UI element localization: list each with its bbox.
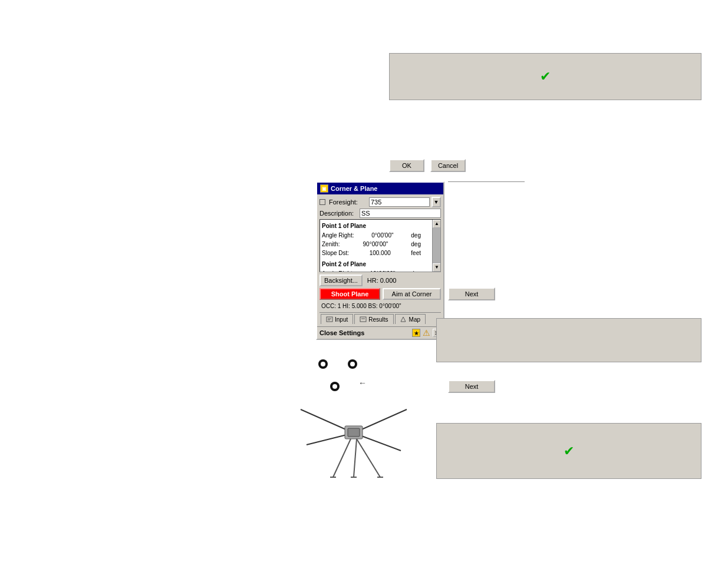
description-input[interactable] (360, 209, 441, 218)
angle-right-value: 0°00'00" (371, 231, 393, 240)
svg-rect-3 (360, 317, 366, 322)
tab-results[interactable]: Results (354, 314, 393, 324)
warning-icon: ⚠ (423, 328, 430, 338)
tab-results-label: Results (368, 316, 388, 323)
zenith-unit: deg (411, 240, 421, 249)
hr-display: HR: 0.000 (367, 277, 397, 284)
angle-right-unit: deg (411, 231, 421, 240)
corner-plane-dialog: ▣ Corner & Plane Foresight: ▼ Descriptio… (316, 181, 444, 340)
shoot-aim-row: Shoot Plane Aim at Corner (319, 288, 441, 300)
dialog-title: Corner & Plane (331, 185, 377, 192)
angle-right-label: Angle Right: (322, 231, 354, 240)
foresight-row: Foresight: ▼ (319, 197, 441, 207)
cancel-button[interactable]: Cancel (430, 159, 466, 172)
angle-right2-row: Angle Right: 10°00'00" deg (322, 269, 430, 272)
tab-bar: Input Results Map (319, 312, 441, 324)
data-section: Point 1 of Plane Angle Right: 0°00'00" d… (319, 219, 441, 272)
top-buttons-row: OK Cancel (389, 159, 466, 172)
point2-label: Point 2 of Plane (322, 260, 430, 269)
instrument-area: ← (271, 353, 436, 471)
instrument-svg (289, 386, 419, 480)
foresight-dropdown[interactable]: ▼ (431, 197, 441, 207)
star-icon[interactable]: ★ (412, 329, 420, 337)
svg-line-14 (357, 439, 380, 477)
scrollbar[interactable]: ▲ ▼ (432, 220, 440, 272)
description-row: Description: (319, 209, 441, 218)
dialog-titlebar: ▣ Corner & Plane (317, 183, 443, 194)
tab-input[interactable]: Input (321, 314, 353, 324)
slope-dst-label: Slope Dst: (322, 249, 349, 257)
slope-dst-unit: feet (411, 249, 421, 257)
description-label: Description: (319, 210, 358, 217)
foresight-input[interactable] (369, 197, 430, 207)
svg-marker-5 (401, 317, 406, 322)
foresight-checkbox[interactable] (319, 199, 325, 205)
input-tab-icon (326, 316, 333, 323)
scroll-track (433, 228, 440, 263)
right-button-1[interactable]: Next (448, 287, 495, 300)
status-bar: OCC: 1 HI: 5.000 BS: 0°00'00" (319, 302, 441, 310)
slope-dst-value: 100.000 (370, 249, 391, 257)
shoot-plane-button[interactable]: Shoot Plane (319, 288, 380, 300)
scroll-up[interactable]: ▲ (433, 220, 441, 228)
dialog-icon: ▣ (320, 184, 328, 193)
angle-right-row: Angle Right: 0°00'00" deg (322, 231, 430, 240)
mid-panel (436, 318, 701, 362)
top-panel: ✔ (389, 53, 701, 100)
divider (448, 181, 525, 182)
svg-rect-11 (348, 428, 360, 437)
dialog-footer: Close Settings ★ ⚠ ✕ (317, 326, 443, 339)
aim-at-corner-button[interactable]: Aim at Corner (383, 288, 441, 300)
target-circle-1 (318, 359, 328, 369)
zenith-row: Zenith: 90°00'00" deg (322, 240, 430, 249)
slope-dst-row: Slope Dst: 100.000 feet (322, 249, 430, 257)
dialog-body: Foresight: ▼ Description: Point 1 of Pla… (317, 194, 443, 326)
point1-label: Point 1 of Plane (322, 222, 430, 230)
backsight-button[interactable]: Backsight... (319, 275, 363, 286)
ok-button[interactable]: OK (389, 159, 424, 172)
svg-line-12 (333, 439, 351, 477)
bottom-checkmark: ✔ (437, 424, 701, 478)
backsight-row: Backsight... HR: 0.000 (319, 275, 441, 286)
foresight-label: Foresight: (329, 199, 367, 206)
tab-map[interactable]: Map (395, 314, 426, 324)
angle-right2-label: Angle Right: (322, 269, 354, 272)
results-tab-icon (360, 316, 367, 323)
scroll-down[interactable]: ▼ (433, 263, 441, 272)
close-settings-label[interactable]: Close Settings (319, 329, 364, 336)
map-tab-icon (400, 316, 407, 323)
top-checkmark: ✔ (390, 54, 701, 100)
tab-map-label: Map (409, 316, 420, 323)
tab-input-label: Input (335, 316, 348, 323)
bottom-panel: ✔ (436, 423, 701, 479)
svg-line-13 (354, 439, 357, 477)
svg-rect-0 (327, 317, 332, 322)
zenith-value: 90°00'00" (363, 240, 388, 249)
angle-right2-value: 10°00'00" (370, 269, 395, 272)
angle-right2-unit: deg (411, 269, 421, 272)
zenith-label: Zenith: (322, 240, 340, 249)
right-button-2[interactable]: Next (448, 380, 495, 393)
target-circle-2 (348, 359, 357, 369)
